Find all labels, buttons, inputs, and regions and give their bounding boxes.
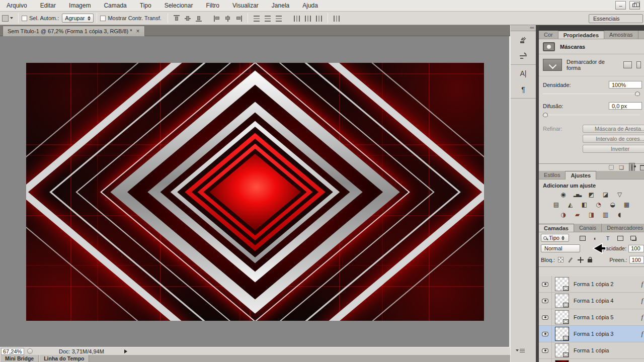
blend-mode-dropdown[interactable]: Normal	[541, 244, 580, 252]
menu-selecionar[interactable]: Selecionar	[158, 2, 200, 9]
adobe-drive-icon[interactable]	[27, 348, 33, 354]
lock-position-icon[interactable]	[578, 257, 584, 263]
status-menu-arrow-icon[interactable]	[124, 349, 127, 353]
feather-slider-handle[interactable]	[543, 113, 548, 117]
menu-editar[interactable]: Editar	[34, 2, 62, 9]
density-slider-handle[interactable]	[635, 92, 640, 96]
layer-thumbnail[interactable]	[555, 277, 569, 291]
exposure-icon[interactable]: ◪	[600, 191, 611, 199]
distribute-left-edges-button[interactable]	[293, 15, 301, 22]
layer-row-partial[interactable]	[539, 359, 644, 362]
selective-color-icon[interactable]: ◖	[614, 211, 625, 219]
feather-value-field[interactable]: 0,0 px	[609, 102, 642, 110]
tool-preset-picker[interactable]	[0, 15, 15, 22]
color-balance-icon[interactable]: ◭	[565, 201, 576, 209]
layer-row[interactable]: Forma 1 cópia 5 f	[539, 309, 644, 326]
hue-saturation-icon[interactable]: ▤	[551, 201, 561, 209]
visibility-cell[interactable]	[539, 293, 552, 309]
visibility-cell[interactable]	[539, 359, 552, 362]
show-transform-checkbox[interactable]	[100, 16, 106, 21]
menu-imagem[interactable]: Imagem	[62, 2, 97, 9]
apply-mask-icon[interactable]: ❏	[619, 165, 624, 170]
tab-mini-bridge[interactable]: Mini Bridge	[0, 355, 39, 362]
tab-linha-do-tempo[interactable]: Linha do Tempo	[39, 355, 89, 362]
tab-estilos[interactable]: Estilos	[539, 171, 566, 179]
filter-adjustment-layers-icon[interactable]: ◐	[591, 235, 599, 242]
lock-transparency-icon[interactable]	[558, 257, 564, 262]
visibility-cell[interactable]	[539, 276, 552, 292]
fx-badge[interactable]: f	[641, 297, 643, 305]
black-white-icon[interactable]: ◧	[579, 201, 590, 209]
tab-propriedades[interactable]: Propriedades	[558, 31, 604, 39]
color-lookup-icon[interactable]: ▦	[621, 201, 632, 209]
canvas-artwork[interactable]	[26, 63, 484, 321]
filter-smart-objects-icon[interactable]	[629, 235, 637, 242]
paragraph-panel-icon[interactable]: ¶	[517, 84, 529, 95]
layer-filter-dropdown[interactable]: Tipo	[541, 234, 569, 242]
load-selection-icon[interactable]	[609, 165, 614, 170]
character-panel-icon[interactable]: A|	[517, 68, 529, 79]
filter-pixel-layers-icon[interactable]	[579, 235, 587, 242]
document-tab[interactable]: Sem Título-1 @ 67,2% (Forma 1 cópia 3, R…	[3, 26, 145, 36]
levels-icon[interactable]: ▂▅▃	[572, 191, 583, 199]
menu-ajuda[interactable]: Ajuda	[296, 2, 325, 9]
align-vertical-centers-button[interactable]	[184, 15, 192, 22]
layer-thumbnail[interactable]	[555, 310, 569, 324]
fx-badge[interactable]: f	[641, 330, 643, 338]
invert-icon[interactable]: ◑	[558, 211, 569, 219]
visibility-cell[interactable]	[539, 309, 552, 325]
layer-thumbnail[interactable]	[555, 327, 569, 341]
add-pixel-mask-icon[interactable]	[623, 61, 632, 68]
tab-canais[interactable]: Canais	[574, 224, 602, 232]
align-bottom-edges-button[interactable]	[195, 15, 203, 22]
tab-camadas[interactable]: Camadas	[539, 224, 574, 232]
menu-visualizar[interactable]: Visualizar	[226, 2, 265, 9]
menu-tipo[interactable]: Tipo	[133, 2, 158, 9]
brightness-contrast-icon[interactable]: ◉	[558, 191, 569, 199]
gradient-map-icon[interactable]: ▥	[600, 211, 611, 219]
tab-amostras[interactable]: Amostras	[604, 31, 638, 39]
fx-badge[interactable]: f	[641, 313, 643, 321]
align-top-edges-button[interactable]	[173, 15, 181, 22]
layer-thumbnail-artwork[interactable]	[555, 360, 569, 362]
align-horizontal-centers-button[interactable]	[224, 15, 232, 22]
brush-panel-icon[interactable]	[517, 50, 529, 61]
feather-slider[interactable]	[543, 112, 640, 119]
vibrance-icon[interactable]: ▽	[614, 191, 625, 199]
auto-select-mode-dropdown[interactable]: Agrupar	[62, 14, 94, 23]
delete-mask-icon[interactable]	[640, 165, 644, 170]
distribute-bottom-edges-button[interactable]	[275, 15, 283, 22]
menu-filtro[interactable]: Filtro	[199, 2, 226, 9]
distribute-spacing-button[interactable]	[333, 15, 341, 22]
color-range-button[interactable]: Intervalo de cores...	[583, 135, 644, 143]
density-value-field[interactable]: 100%	[609, 81, 642, 88]
close-icon[interactable]: ×	[136, 28, 140, 34]
curves-icon[interactable]: ◩	[586, 191, 597, 199]
distribute-horizontal-centers-button[interactable]	[304, 15, 312, 22]
layer-thumbnail[interactable]	[555, 343, 569, 357]
lock-paint-icon[interactable]	[568, 257, 574, 263]
window-restore-button[interactable]	[629, 1, 640, 10]
tab-ajustes[interactable]: Ajustes	[566, 171, 596, 179]
collapse-panels-icon[interactable]: ««	[511, 25, 536, 31]
posterize-icon[interactable]: ▰	[572, 211, 583, 219]
photo-filter-icon[interactable]: ◔	[593, 201, 604, 209]
brush-presets-icon[interactable]	[517, 34, 529, 45]
add-vector-mask-icon[interactable]	[636, 61, 641, 68]
auto-select-checkbox[interactable]	[22, 16, 27, 21]
tab-demarcadores[interactable]: Demarcadores	[602, 224, 644, 232]
fx-badge[interactable]: f	[641, 280, 643, 288]
channel-mixer-icon[interactable]: ◒	[607, 201, 618, 209]
tab-cor[interactable]: Cor	[539, 31, 558, 39]
opacity-field[interactable]: 100	[628, 245, 644, 252]
panel-options-icon[interactable]	[516, 349, 525, 351]
layer-row[interactable]: Forma 1 cópia 4 f	[539, 293, 644, 309]
align-right-edges-button[interactable]	[235, 15, 243, 22]
mask-edge-button[interactable]: Máscara de Aresta...	[583, 125, 644, 133]
layer-row[interactable]: Forma 1 cópia	[539, 342, 644, 359]
menu-janela[interactable]: Janela	[265, 2, 296, 9]
fill-field[interactable]: 100	[629, 256, 644, 263]
lock-all-icon[interactable]	[588, 259, 592, 262]
layer-thumbnail[interactable]	[555, 294, 569, 308]
distribute-right-edges-button[interactable]	[315, 15, 323, 22]
